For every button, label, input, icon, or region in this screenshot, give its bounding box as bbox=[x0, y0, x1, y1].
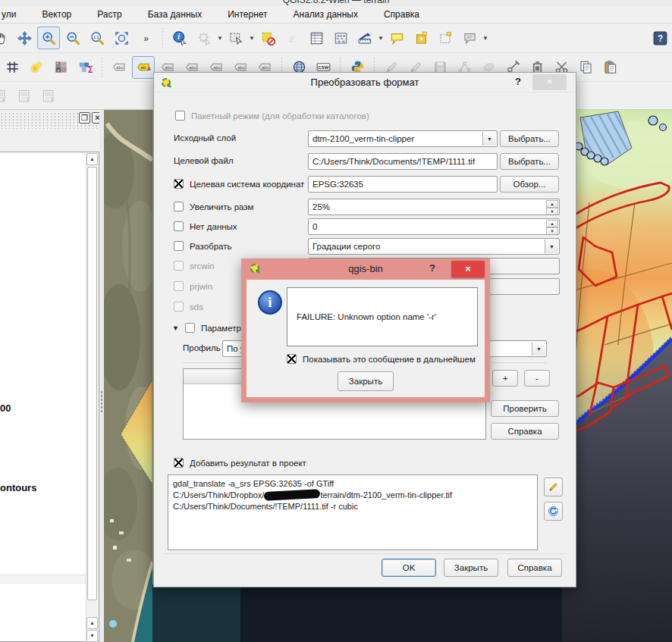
menu-item-7[interactable]: Справка bbox=[384, 9, 419, 20]
target-crs-input[interactable]: EPSG:32635 bbox=[308, 176, 498, 193]
scrollbar-thumb[interactable] bbox=[87, 167, 97, 600]
ok-button[interactable]: OK bbox=[382, 559, 436, 577]
dialog-close-bottom-button[interactable]: Закрыть bbox=[444, 559, 498, 577]
options-help-button[interactable]: Справка bbox=[491, 423, 559, 440]
label-icon[interactable]: abc bbox=[108, 56, 130, 79]
chevron-down-icon[interactable]: ▼ bbox=[545, 240, 558, 253]
add-option-button[interactable]: + bbox=[492, 370, 518, 387]
source-layer-combo[interactable]: dtm-2100_verm-tin-clipper ▼ bbox=[308, 130, 498, 147]
panel-float-icon[interactable]: ❐ bbox=[79, 112, 90, 124]
chevron-down-icon[interactable]: ▼ bbox=[482, 132, 496, 146]
copy-features-icon[interactable] bbox=[574, 56, 597, 79]
error-message-box[interactable]: FAILURE: Unknown option name '-r' bbox=[287, 287, 478, 346]
help-contents-icon[interactable]: ? bbox=[648, 27, 671, 49]
dialog-close-button[interactable]: × bbox=[532, 74, 567, 90]
zoom-in-icon[interactable] bbox=[37, 27, 60, 49]
add-to-project-checkbox[interactable] bbox=[174, 458, 184, 468]
target-file-input[interactable]: C:/Users/Think/Documents/!TEMP/1111.tif bbox=[308, 153, 498, 170]
prjwin-checkbox[interactable] bbox=[174, 281, 184, 291]
composer-manager-icon[interactable] bbox=[13, 84, 36, 107]
pencil-icon bbox=[548, 481, 559, 493]
add-to-project-label: Добавить результат в проект bbox=[190, 459, 306, 468]
open-attribute-table-icon[interactable] bbox=[305, 27, 328, 49]
deselect-features-icon[interactable] bbox=[256, 27, 279, 49]
spinner-icon[interactable]: ▲▼ bbox=[546, 200, 558, 214]
outsize-checkbox[interactable] bbox=[174, 202, 184, 211]
identify-features-icon[interactable]: i bbox=[168, 27, 191, 49]
validate-button[interactable]: Проверить bbox=[491, 400, 559, 417]
show-message-checkbox[interactable] bbox=[287, 354, 297, 364]
error-help-button[interactable]: ? bbox=[429, 262, 435, 274]
statistical-summary-icon[interactable] bbox=[329, 27, 352, 49]
pan-map-icon[interactable] bbox=[0, 27, 11, 49]
source-select-button[interactable]: Выбрать... bbox=[500, 130, 559, 147]
outsize-spinbox[interactable]: 25% ▲▼ bbox=[308, 199, 560, 215]
menu-item-4[interactable]: База данных bbox=[148, 9, 202, 20]
remove-option-button[interactable]: - bbox=[524, 370, 550, 387]
scroll-down-icon[interactable]: ▼ bbox=[86, 630, 98, 642]
move-layer-icon[interactable] bbox=[13, 27, 36, 49]
zoom-native-icon[interactable]: 1:1 bbox=[86, 27, 108, 49]
target-crs-checkbox[interactable] bbox=[174, 179, 184, 189]
spinner-icon[interactable]: ▲▼ bbox=[546, 220, 558, 233]
zoom-full-icon[interactable] bbox=[110, 27, 133, 49]
sds-checkbox[interactable] bbox=[174, 302, 184, 312]
menu-item-2[interactable]: Вектор bbox=[42, 9, 71, 20]
nodata-spinbox[interactable]: 0 ▲▼ bbox=[308, 218, 560, 235]
toolbar-overflow-icon[interactable]: » bbox=[134, 27, 157, 49]
nodata-checkbox[interactable] bbox=[174, 221, 184, 231]
chevron-down-icon[interactable]: ▼ bbox=[248, 35, 256, 42]
chevron-down-icon[interactable]: ▼ bbox=[482, 35, 489, 42]
error-close-button[interactable]: × bbox=[451, 261, 485, 277]
zoom-out-icon[interactable] bbox=[61, 27, 84, 49]
run-feature-action-icon[interactable] bbox=[193, 27, 215, 49]
select-features-icon[interactable] bbox=[225, 27, 247, 49]
svg-text:CSW: CSW bbox=[318, 65, 328, 70]
map-tips-icon[interactable] bbox=[385, 27, 408, 49]
chevron-down-icon[interactable]: ▼ bbox=[377, 35, 385, 42]
target-select-button[interactable]: Выбрать... bbox=[500, 153, 559, 170]
chevron-down-icon[interactable]: ▼ bbox=[216, 35, 224, 42]
paste-features-icon[interactable] bbox=[598, 56, 621, 79]
scroll-up2-icon[interactable]: ▲ bbox=[86, 617, 98, 629]
error-close-bottom-button[interactable]: Закрыть bbox=[338, 371, 394, 391]
error-titlebar[interactable]: qgis-bin ? × bbox=[241, 258, 490, 280]
expand-checkbox[interactable] bbox=[174, 241, 184, 251]
expander-triangle-icon[interactable]: ▼ bbox=[172, 324, 179, 332]
edit-command-button[interactable] bbox=[544, 478, 563, 496]
layer-item-2[interactable]: ontours bbox=[0, 482, 36, 493]
show-bookmarks-icon[interactable] bbox=[434, 27, 457, 49]
crs-browse-button[interactable]: Обзор... bbox=[500, 176, 559, 193]
zonal-statistics-icon[interactable]: Σ bbox=[74, 56, 96, 79]
menu-item-3[interactable]: Растр bbox=[97, 9, 121, 20]
new-composer-icon[interactable] bbox=[0, 84, 11, 107]
layers-scrollbar[interactable]: ▲ ▲ ▼ bbox=[86, 153, 98, 642]
svg-text:ab: ab bbox=[140, 65, 146, 70]
srcwin-checkbox[interactable] bbox=[174, 261, 184, 271]
layers-list[interactable]: 00 ontours ▲ ▲ ▼ bbox=[0, 152, 99, 642]
interpolation-icon[interactable] bbox=[49, 56, 72, 79]
chevron-down-icon[interactable]: ▼ bbox=[532, 342, 545, 355]
dialog-help-button[interactable]: ? bbox=[512, 76, 524, 89]
select-by-expression-icon[interactable]: ε bbox=[281, 27, 303, 49]
expand-combo[interactable]: Градации серого ▼ bbox=[308, 238, 560, 255]
menu-item-6[interactable]: Анализ данных bbox=[294, 9, 358, 20]
creation-options-checkbox[interactable] bbox=[185, 323, 195, 333]
text-annotation-icon[interactable] bbox=[458, 27, 481, 49]
show-composers-icon[interactable] bbox=[37, 84, 60, 107]
menu-item-1[interactable]: ули bbox=[2, 9, 16, 20]
batch-mode-checkbox[interactable] bbox=[175, 111, 185, 121]
menu-item-5[interactable]: Интернет bbox=[228, 9, 267, 20]
measure-icon[interactable] bbox=[353, 27, 376, 49]
gdal-command-text[interactable]: gdal_translate -a_srs EPSG:32635 -of GTi… bbox=[168, 474, 538, 550]
nodata-row: Нет данных bbox=[174, 221, 237, 231]
dialog-help-bottom-button[interactable]: Справка bbox=[507, 559, 562, 577]
scroll-up-icon[interactable]: ▲ bbox=[86, 153, 98, 165]
new-bookmark-icon[interactable] bbox=[410, 27, 432, 49]
dialog-titlebar[interactable]: Преобразовать формат ? × bbox=[154, 73, 576, 92]
layer-item-1[interactable]: 00 bbox=[0, 402, 11, 414]
reset-command-button[interactable] bbox=[544, 502, 563, 521]
grid-icon[interactable] bbox=[1, 56, 24, 79]
label-active-icon[interactable]: abA bbox=[132, 56, 155, 79]
heatmap-icon[interactable] bbox=[25, 56, 48, 79]
